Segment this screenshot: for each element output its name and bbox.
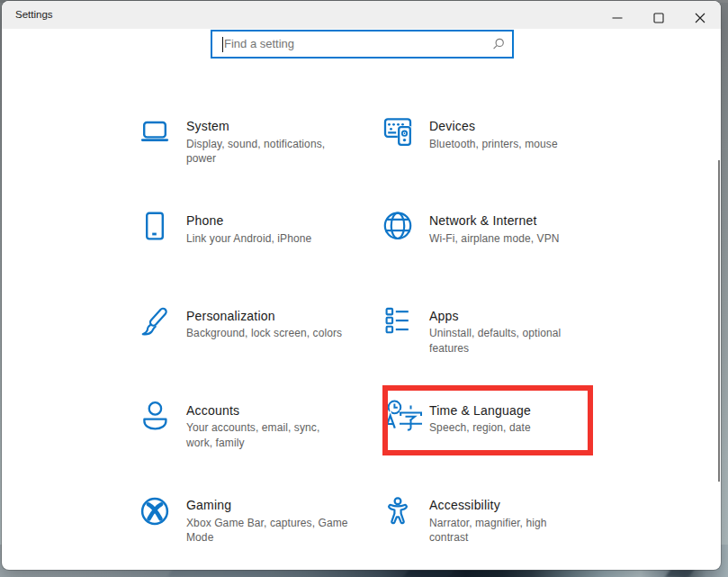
- category-title: System: [186, 117, 371, 135]
- category-title: Personalization: [186, 307, 371, 325]
- scrollbar-thumb[interactable]: [718, 160, 720, 482]
- category-subtitle: Xbox Game Bar, captures, GameMode: [186, 516, 371, 545]
- xbox-icon: [140, 497, 169, 526]
- phone-icon: [140, 212, 169, 241]
- settings-category-grid: SystemDisplay, sound, notifications,powe…: [2, 1, 721, 570]
- category-subtitle: Bluetooth, printers, mouse: [429, 137, 614, 152]
- annotation-highlight-rectangle: [382, 385, 593, 455]
- category-title: Apps: [429, 307, 614, 325]
- category-text: AccessibilityNarrator, magnifier, highco…: [429, 496, 614, 545]
- apps-list-icon: [383, 308, 412, 337]
- category-text: SystemDisplay, sound, notifications,powe…: [186, 117, 371, 167]
- category-text: GamingXbox Game Bar, captures, GameMode: [186, 496, 371, 545]
- category-title: Accounts: [186, 401, 371, 419]
- category-text: DevicesBluetooth, printers, mouse: [429, 117, 614, 151]
- category-title: Gaming: [186, 496, 371, 514]
- category-text: Network & InternetWi-Fi, airplane mode, …: [429, 212, 614, 246]
- category-subtitle: Display, sound, notifications,power: [186, 137, 371, 167]
- category-title: Accessibility: [429, 496, 614, 514]
- category-text: PersonalizationBackground, lock screen, …: [186, 307, 371, 341]
- category-subtitle: Uninstall, defaults, optionalfeatures: [429, 326, 614, 356]
- category-subtitle: Link your Android, iPhone: [186, 231, 371, 247]
- category-subtitle: Your accounts, email, sync,work, family: [186, 420, 371, 450]
- category-title: Devices: [429, 117, 614, 135]
- person-icon: [140, 402, 169, 431]
- category-title: Phone: [186, 212, 371, 230]
- globe-icon: [383, 212, 412, 241]
- category-text: AppsUninstall, defaults, optionalfeature…: [429, 307, 614, 356]
- category-title: Network & Internet: [429, 212, 614, 230]
- category-subtitle: Background, lock screen, colors: [186, 326, 371, 341]
- settings-window: Settings Find a setting SystemDisplay,: [2, 1, 721, 570]
- category-text: AccountsYour accounts, email, sync,work,…: [186, 401, 371, 451]
- laptop-icon: [140, 118, 169, 147]
- category-subtitle: Wi-Fi, airplane mode, VPN: [429, 231, 614, 247]
- devices-icon: [383, 118, 412, 147]
- brush-icon: [140, 308, 169, 337]
- category-subtitle: Narrator, magnifier, highcontrast: [429, 516, 614, 545]
- accessibility-icon: [383, 497, 412, 526]
- category-text: PhoneLink your Android, iPhone: [186, 212, 371, 246]
